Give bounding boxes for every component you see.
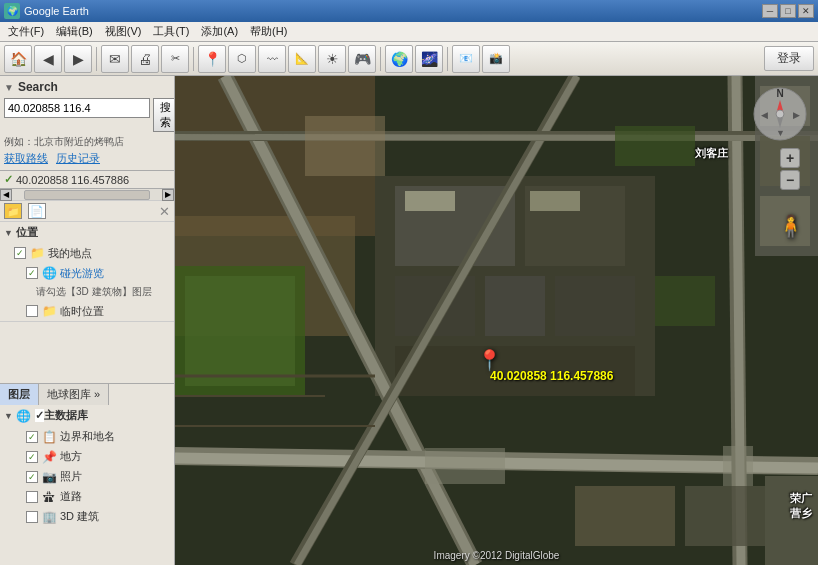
tb-earth[interactable]: 🌍: [385, 45, 413, 73]
scroll-left-button[interactable]: ◀: [0, 189, 12, 201]
layer-photos-checkbox[interactable]: ✓: [26, 471, 38, 483]
my-places-label: 我的地点: [48, 246, 92, 261]
tb-email[interactable]: 📧: [452, 45, 480, 73]
location-section: ▼ 位置 ✓ 📁 我的地点 ✓ 🌐 碰光游览 请勾选【3D 建筑物】图层: [0, 222, 174, 322]
tb-sun[interactable]: ☀: [318, 45, 346, 73]
scroll-area: ◀ ▶: [0, 189, 174, 201]
location-section-title: 位置: [16, 225, 38, 240]
login-button[interactable]: 登录: [764, 46, 814, 71]
history-link[interactable]: 历史记录: [56, 151, 100, 166]
app-icon: 🌍: [4, 3, 20, 19]
tb-forward[interactable]: ▶: [64, 45, 92, 73]
menu-help[interactable]: 帮助(H): [244, 22, 293, 41]
tb-mail[interactable]: ✉: [101, 45, 129, 73]
svg-text:▶: ▶: [793, 110, 800, 120]
svg-rect-29: [685, 486, 765, 546]
layers-header[interactable]: ▼ 🌐 ✓ 主数据库: [0, 405, 174, 427]
layer-photos[interactable]: ✓ 📷 照片: [0, 467, 174, 487]
tb-back[interactable]: ◀: [34, 45, 62, 73]
title-bar: 🌍 Google Earth ─ □ ✕: [0, 0, 818, 22]
location-section-header[interactable]: ▼ 位置: [0, 222, 174, 243]
search-input[interactable]: [4, 98, 150, 118]
tb-print[interactable]: 🖨: [131, 45, 159, 73]
close-button[interactable]: ✕: [798, 4, 814, 18]
svg-text:▼: ▼: [776, 128, 785, 138]
scroll-right-button[interactable]: ▶: [162, 189, 174, 201]
tour-icon: 🌐: [41, 265, 57, 281]
my-places-checkbox[interactable]: ✓: [14, 247, 26, 259]
coordinate-row: ✓ 40.020858 116.457886: [0, 171, 174, 189]
layer-3d-checkbox[interactable]: [26, 511, 38, 523]
svg-rect-22: [615, 126, 695, 166]
minimize-button[interactable]: ─: [762, 4, 778, 18]
svg-rect-21: [185, 276, 295, 386]
layer-places[interactable]: ✓ 📌 地方: [0, 447, 174, 467]
left-panel: ▼ Search 搜索 例如：北京市附近的烤鸭店 获取路线 历史记录 ✓ 40.…: [0, 76, 175, 565]
get-directions-link[interactable]: 获取路线: [4, 151, 48, 166]
layer-places-checkbox[interactable]: ✓: [26, 451, 38, 463]
map-pin: 📍: [477, 348, 502, 372]
tb-home[interactable]: 🏠: [4, 45, 32, 73]
svg-rect-28: [575, 486, 675, 546]
tour-checkbox[interactable]: ✓: [26, 267, 38, 279]
map-area[interactable]: 刘客庄 荣广营乡 📍 40.020858 116.457886 N ◀ ▶: [175, 76, 818, 565]
search-triangle-icon: ▼: [4, 82, 14, 93]
zoom-out-button[interactable]: −: [780, 170, 800, 190]
svg-rect-35: [723, 446, 753, 486]
layer-places-icon: 📌: [41, 449, 57, 465]
tab-earth-library[interactable]: 地球图库 »: [39, 384, 109, 405]
tour-label: 碰光游览: [60, 266, 104, 281]
search-button[interactable]: 搜索: [153, 98, 175, 132]
file-icon[interactable]: 📄: [28, 203, 46, 219]
svg-rect-23: [655, 276, 715, 326]
temp-location-item[interactable]: 📁 临时位置: [0, 301, 174, 321]
layers-db-icon: 🌐: [16, 408, 32, 424]
tb-cut[interactable]: ✂: [161, 45, 189, 73]
my-places-item[interactable]: ✓ 📁 我的地点: [0, 243, 174, 263]
tour-item[interactable]: ✓ 🌐 碰光游览: [0, 263, 174, 283]
maximize-button[interactable]: □: [780, 4, 796, 18]
menu-edit[interactable]: 编辑(B): [50, 22, 99, 41]
layer-borders[interactable]: ✓ 📋 边界和地名: [0, 427, 174, 447]
menu-tools[interactable]: 工具(T): [147, 22, 195, 41]
close-icon[interactable]: ✕: [159, 204, 170, 219]
layer-places-label: 地方: [60, 449, 82, 464]
temp-location-checkbox[interactable]: [26, 305, 38, 317]
layer-roads[interactable]: 🛣 道路: [0, 487, 174, 507]
temp-location-label: 临时位置: [60, 304, 104, 319]
tb-camera[interactable]: 📸: [482, 45, 510, 73]
tb-sky[interactable]: 🌌: [415, 45, 443, 73]
nav-compass[interactable]: N ◀ ▶ ▼: [752, 86, 808, 142]
tb-placemark[interactable]: 📍: [198, 45, 226, 73]
tab-layers[interactable]: 图层: [0, 384, 39, 405]
3d-hint-item: 请勾选【3D 建筑物】图层: [0, 283, 174, 301]
menu-view[interactable]: 视图(V): [99, 22, 148, 41]
svg-rect-8: [555, 276, 635, 336]
layers-master-checkbox[interactable]: ✓: [35, 409, 44, 422]
search-header: ▼ Search: [4, 80, 170, 94]
tb-tour[interactable]: 🎮: [348, 45, 376, 73]
layer-roads-checkbox[interactable]: [26, 491, 38, 503]
tb-sep4: [447, 47, 448, 71]
main-content: ▼ Search 搜索 例如：北京市附近的烤鸭店 获取路线 历史记录 ✓ 40.…: [0, 76, 818, 565]
svg-rect-9: [395, 346, 635, 396]
horizontal-scrollbar[interactable]: [24, 190, 150, 200]
tb-polygon[interactable]: ⬡: [228, 45, 256, 73]
svg-rect-7: [485, 276, 545, 336]
tb-path[interactable]: 〰: [258, 45, 286, 73]
zoom-controls: + −: [780, 148, 800, 190]
new-folder-icon[interactable]: 📁: [4, 203, 22, 219]
tb-measure[interactable]: 📐: [288, 45, 316, 73]
3d-hint-label: 请勾选【3D 建筑物】图层: [36, 285, 152, 299]
layer-roads-icon: 🛣: [41, 489, 57, 505]
layers-triangle-icon: ▼: [4, 411, 13, 421]
zoom-in-button[interactable]: +: [780, 148, 800, 168]
layer-3d[interactable]: 🏢 3D 建筑: [0, 507, 174, 527]
menu-add[interactable]: 添加(A): [195, 22, 244, 41]
menu-file[interactable]: 文件(F): [2, 22, 50, 41]
check-icon: ✓: [4, 173, 13, 186]
street-view-person-icon[interactable]: 🧍: [777, 214, 804, 240]
map-copyright: Imagery ©2012 DigitalGlobe: [434, 550, 560, 561]
svg-rect-30: [765, 476, 818, 565]
layer-borders-checkbox[interactable]: ✓: [26, 431, 38, 443]
